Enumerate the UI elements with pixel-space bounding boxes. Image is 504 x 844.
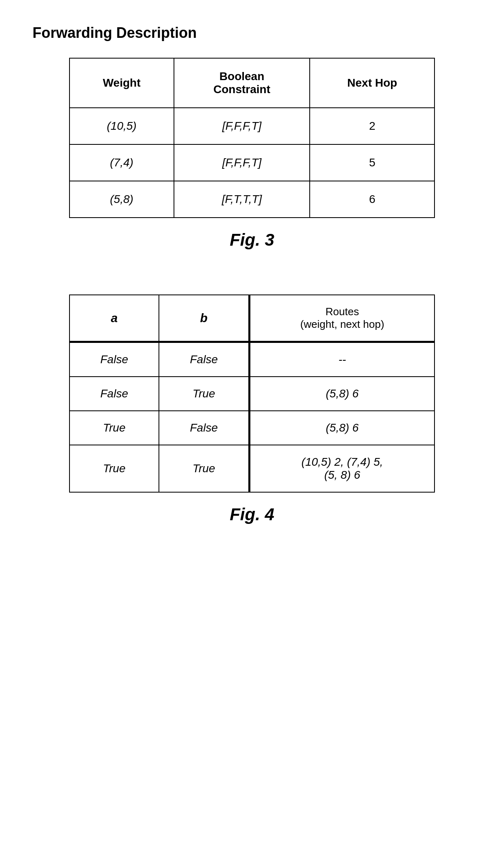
- fig4-row1-a: False: [70, 342, 159, 377]
- fig4-table: a b Routes (weight, next hop) False Fals…: [69, 294, 435, 493]
- fig3-row1-nexthop: 2: [310, 108, 434, 144]
- fig3-row2-nexthop: 5: [310, 144, 434, 181]
- fig3-row2-bool: [F,F,F,T]: [174, 144, 310, 181]
- fig4-row3-a: True: [70, 411, 159, 445]
- fig4-col-a: a: [70, 295, 159, 342]
- fig4-row2-routes: (5,8) 6: [249, 377, 434, 411]
- fig3-col-boolean: Boolean Constraint: [174, 58, 310, 108]
- fig3-row2-weight: (7,4): [70, 144, 174, 181]
- fig3-label: Fig. 3: [230, 230, 274, 250]
- fig3-col-weight: Weight: [70, 58, 174, 108]
- fig4-row2-b: True: [159, 377, 250, 411]
- fig3-row3-bool: [F,T,T,T]: [174, 181, 310, 218]
- fig3-row1-weight: (10,5): [70, 108, 174, 144]
- fig3-col-nexthop: Next Hop: [310, 58, 434, 108]
- fig4-row3-routes: (5,8) 6: [249, 411, 434, 445]
- fig3-row3-nexthop: 6: [310, 181, 434, 218]
- fig4-label: Fig. 4: [230, 505, 274, 524]
- fig4-row4-routes: (10,5) 2, (7,4) 5, (5, 8) 6: [249, 445, 434, 492]
- fig3-row1-bool: [F,F,F,T]: [174, 108, 310, 144]
- fig4-container: a b Routes (weight, next hop) False Fals…: [33, 294, 471, 524]
- fig3-row3-weight: (5,8): [70, 181, 174, 218]
- table-row: True True (10,5) 2, (7,4) 5, (5, 8) 6: [70, 445, 434, 492]
- table-row: False False --: [70, 342, 434, 377]
- fig3-table: Weight Boolean Constraint Next Hop (10,5…: [69, 58, 435, 218]
- fig4-row4-a: True: [70, 445, 159, 492]
- fig4-row1-routes: --: [249, 342, 434, 377]
- table-row: (5,8) [F,T,T,T] 6: [70, 181, 434, 218]
- page-title: Forwarding Description: [33, 24, 471, 41]
- fig4-col-routes: Routes (weight, next hop): [249, 295, 434, 342]
- fig4-header-row: a b Routes (weight, next hop): [70, 295, 434, 342]
- fig4-row1-b: False: [159, 342, 250, 377]
- fig3-header-row: Weight Boolean Constraint Next Hop: [70, 58, 434, 108]
- fig4-row2-a: False: [70, 377, 159, 411]
- table-row: (10,5) [F,F,F,T] 2: [70, 108, 434, 144]
- fig4-row4-b: True: [159, 445, 250, 492]
- fig3-container: Weight Boolean Constraint Next Hop (10,5…: [33, 58, 471, 250]
- fig4-col-b: b: [159, 295, 250, 342]
- fig4-row3-b: False: [159, 411, 250, 445]
- table-row: True False (5,8) 6: [70, 411, 434, 445]
- table-row: (7,4) [F,F,F,T] 5: [70, 144, 434, 181]
- table-row: False True (5,8) 6: [70, 377, 434, 411]
